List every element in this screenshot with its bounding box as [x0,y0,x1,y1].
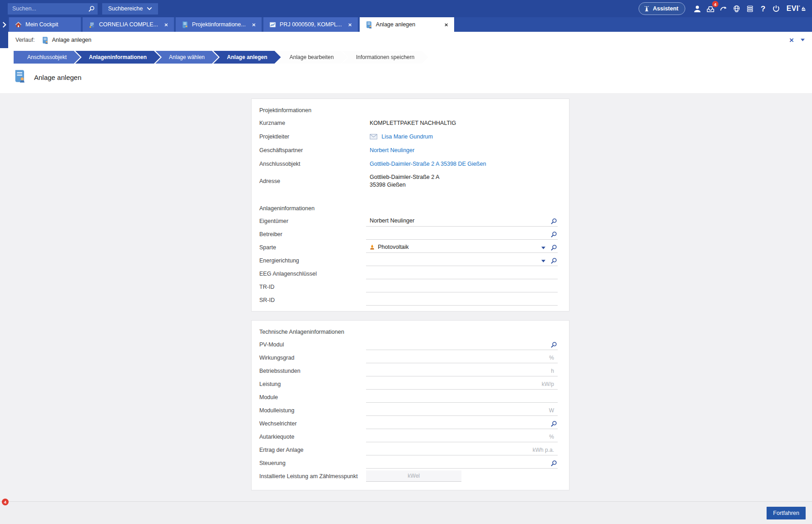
search-icon[interactable] [550,231,557,238]
search-icon[interactable] [550,257,557,264]
tab-mein-cockpit[interactable]: Mein Cockpit [9,17,81,32]
assistant-label: Assistent [653,5,678,12]
wizard-step-anschlussobjekt[interactable]: Anschlussobjekt [14,51,80,64]
search-icon[interactable] [85,3,98,15]
ertrag-der-anlage-input[interactable] [366,446,558,453]
pv-modul-input[interactable] [366,341,558,347]
wizard-step-anlage-anlegen[interactable]: Anlage anlegen [213,51,281,64]
project-doc-icon [14,69,26,83]
brand-text: EVI [787,5,799,13]
sailboat-icon [801,6,807,12]
power-icon[interactable] [770,2,783,15]
tab-anlage-anlegen[interactable]: Anlage anlegen× [360,17,454,32]
caret-down-icon[interactable] [541,260,545,262]
form-row-betreiber: Betreiber [259,227,561,241]
leistung-input[interactable] [366,381,558,387]
close-icon[interactable]: × [162,21,168,28]
field-value [366,255,561,266]
continue-button[interactable]: Fortfahren [767,507,806,519]
search-icon[interactable] [550,244,557,251]
field-label: Kurzname [259,120,366,126]
field-value: kWel [366,470,561,482]
field-value [366,215,561,227]
wizard-step-anlage-bearbeiten[interactable]: Anlage bearbeiten [276,51,347,64]
form-panel-1: ProjektinformationenKurznameKOMPLETTPAKE… [251,99,569,311]
search-input[interactable] [8,5,85,12]
close-icon[interactable]: × [249,21,256,28]
field-value [366,228,561,240]
close-icon[interactable]: × [789,36,794,44]
field-label: Module [259,394,366,400]
form-panel-2: Technische AnlageninformationenPV-ModulW… [251,320,569,490]
chart-icon [269,21,276,28]
field-label: Steuerung [259,460,366,466]
section-header-anlageninformationen: Anlageninformationen [259,203,561,214]
search-scope-button[interactable]: Suchbereiche [102,3,158,15]
history-entry[interactable]: Anlage anlegen [42,36,91,44]
search-icon[interactable] [550,460,557,467]
top-bar: Suchbereiche Assistent 4? EVI° [0,0,812,17]
address-line: 35398 Gießen [370,181,440,189]
search-icon[interactable] [550,341,557,348]
module-input[interactable] [366,394,558,400]
search-icon[interactable] [550,420,557,427]
field-value [366,242,561,253]
form-row-betriebsstunden: Betriebsstundenh [259,364,561,377]
caret-down-icon[interactable] [541,247,545,249]
globe-icon[interactable] [730,2,743,15]
wechselrichter-input[interactable] [366,420,558,426]
field-value: W [366,405,561,416]
tab-cornelia-comple[interactable]: CORNELIA COMPLE...× [83,17,174,32]
eeg-anlagenschlussel-input[interactable] [366,270,558,277]
close-icon[interactable]: × [442,21,448,28]
form-row-module: Module [259,391,561,404]
input-underline: h [366,365,558,376]
field-value [366,281,561,292]
autarkiequote-input[interactable] [366,433,558,440]
database-icon[interactable] [743,2,757,15]
field-label: SR-ID [259,297,366,303]
eigentumer-input[interactable] [366,218,558,224]
lighthouse-icon [644,5,650,12]
wizard-step-anlage-wahlen[interactable]: Anlage wählen [155,51,218,64]
project-doc-icon [42,36,49,44]
assistant-button[interactable]: Assistent [639,2,685,15]
field-label: Autarkiequote [259,434,366,440]
form-row-eigentumer: Eigentümer [259,214,561,227]
energierichtung-input[interactable] [366,257,558,263]
tr-id-input[interactable] [366,283,558,290]
user-icon[interactable] [691,2,704,15]
field-label: Wechselrichter [259,420,366,427]
betriebsstunden-input[interactable] [366,367,558,374]
field-value [366,294,561,306]
form-row-tr-id: TR-ID [259,280,561,293]
sidebar-expander[interactable] [0,17,8,48]
input-underline-short: kWel [366,470,461,482]
modulleistung-input[interactable] [366,407,558,413]
search-icon[interactable] [550,218,557,225]
chevron-down-icon[interactable] [801,39,805,41]
wizard-step-anlageninformationen[interactable]: Anlageninformationen [75,51,160,64]
inbox-icon[interactable]: 4 [704,2,717,15]
geschaftspartner-link[interactable]: Norbert Neulinger [366,147,415,153]
envelope-icon [370,134,377,139]
sr-id-input[interactable] [366,297,558,303]
project-doc-icon [182,21,188,29]
close-icon[interactable]: × [346,21,352,28]
projektleiter-link[interactable]: Lisa Marie Gundrum [377,133,433,140]
sparte-input[interactable] [375,244,558,250]
field-value: Lisa Marie Gundrum [366,133,561,140]
wizard-step-informationen-speichern[interactable]: Informationen speichern [342,51,428,64]
redo-icon[interactable] [717,2,730,15]
input-underline: kWh p.a. [366,444,558,455]
help-icon[interactable]: ? [757,2,770,15]
field-value: % [366,431,561,442]
tab-projektinformatione[interactable]: Projektinformatione...× [176,17,262,32]
wirkungsgrad-input[interactable] [366,354,558,361]
field-text: KOMPLETTPAKET NACHHALTIG [366,120,456,126]
anschlussobjekt-link[interactable]: Gottlieb-Daimler-Straße 2 A 35398 DE Gie… [366,161,486,167]
tab-prj-0000509-kompl[interactable]: PRJ 0000509, KOMPL...× [263,17,358,32]
steuerung-input[interactable] [366,460,558,466]
field-value [366,339,561,350]
betreiber-input[interactable] [366,231,558,237]
